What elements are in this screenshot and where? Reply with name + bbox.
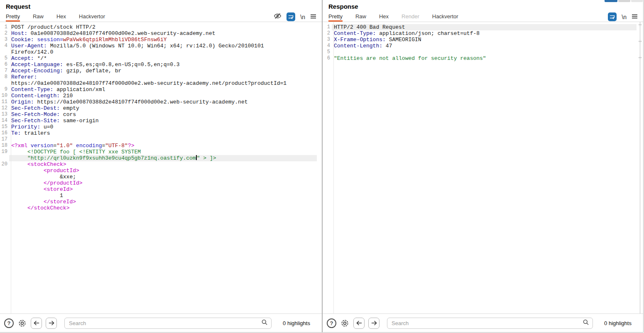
- editor-row: &xxe;: [0, 174, 322, 180]
- editor-row: 12Sec-Fetch-Dest: empty: [0, 105, 322, 111]
- editor-row: 6"Entities are not allowed for security …: [323, 55, 643, 62]
- editor-row: 15Priority: u=0: [0, 124, 322, 130]
- scroll-marker: [639, 57, 642, 58]
- response-editor[interactable]: 1HTTP/2 400 Bad Request2Content-Type: ap…: [323, 22, 643, 313]
- show-newlines-toggle-icon[interactable]: \n: [622, 14, 627, 20]
- editor-row: </productId>: [0, 180, 322, 186]
- request-gutter-divider: [11, 22, 11, 313]
- response-gutter-divider: [333, 22, 334, 313]
- tab-raw[interactable]: Raw: [355, 12, 366, 22]
- editor-row: 19 <!DOCTYPE foo [ <!ENTITY xxe SYSTEM: [0, 149, 322, 155]
- previous-match-button[interactable]: [353, 318, 365, 329]
- editor-row: 16Te: trailers: [0, 130, 322, 136]
- editor-row: 2Host: 0a1e00870388d2e48107f74f000d00e2.…: [0, 30, 322, 37]
- tab-raw[interactable]: Raw: [33, 12, 44, 22]
- editor-row: 9Content-Type: application/xml: [0, 86, 322, 93]
- window-controls-partial: [605, 0, 643, 2]
- tab-hackvertor[interactable]: Hackvertor: [432, 12, 458, 22]
- request-editor-rows: 1POST /product/stock HTTP/22Host: 0a1e00…: [0, 24, 322, 211]
- help-icon[interactable]: ?: [327, 318, 336, 328]
- editor-row: 2Content-Type: application/json; charset…: [323, 30, 643, 37]
- response-search-bar: ? 0 highlights: [323, 313, 643, 332]
- editor-row: 11Origin: https://0a1e00870388d2e48107f7…: [0, 99, 322, 105]
- response-scroll-strip[interactable]: [640, 22, 640, 313]
- editor-row: 10Content-Length: 210: [0, 93, 322, 99]
- editor-row: 1POST /product/stock HTTP/2: [0, 24, 322, 30]
- tab-pretty[interactable]: Pretty: [6, 12, 20, 22]
- search-icon[interactable]: [261, 319, 268, 327]
- editor-row: 4User-Agent: Mozilla/5.0 (Windows NT 10.…: [0, 43, 322, 49]
- request-tabs: PrettyRawHexHackvertor: [6, 12, 118, 22]
- editor-row: 13Sec-Fetch-Mode: cors: [0, 111, 322, 118]
- search-settings-gear-icon[interactable]: [17, 318, 27, 328]
- request-search-box: [64, 318, 272, 329]
- editor-row: </stockCheck>: [0, 205, 322, 211]
- scroll-marker: [639, 41, 642, 42]
- editor-row: <storeId>: [0, 186, 322, 192]
- tab-hackvertor[interactable]: Hackvertor: [79, 12, 105, 22]
- tab-hex[interactable]: Hex: [379, 12, 389, 22]
- editor-row: 6Accept-Language: es-ES,es;q=0.8,en-US;q…: [0, 62, 322, 68]
- editor-row: Firefox/142.0: [0, 49, 322, 55]
- editor-row: 1: [0, 192, 322, 199]
- editor-row: </storeId>: [0, 199, 322, 205]
- editor-row: 14Sec-Fetch-Site: same-origin: [0, 118, 322, 124]
- tab-hex[interactable]: Hex: [56, 12, 66, 22]
- editor-row: 18<?xml version="1.0" encoding="UTF-8"?>: [0, 143, 322, 149]
- response-editor-rows: 1HTTP/2 400 Bad Request2Content-Type: ap…: [323, 24, 643, 62]
- response-panel: Response PrettyRawHexRenderHackvertor \n…: [323, 0, 643, 332]
- editor-row: 3Cookie: session=wPaVwk6qtpiRlmMhbliVD86…: [0, 37, 322, 43]
- editor-row: 7Accept-Encoding: gzip, deflate, br: [0, 68, 322, 74]
- request-editor[interactable]: 1POST /product/stock HTTP/22Host: 0a1e00…: [0, 22, 322, 313]
- request-panel-title: Request: [0, 0, 322, 12]
- response-tabbar: PrettyRawHexRenderHackvertor \n: [323, 12, 643, 22]
- scroll-marker: [639, 24, 642, 25]
- tab-pretty[interactable]: Pretty: [328, 12, 343, 22]
- search-icon[interactable]: [583, 319, 589, 327]
- response-search-input[interactable]: [391, 320, 583, 327]
- repeater-view: Request PrettyRawHexHackvertor \n 1POST …: [0, 0, 644, 333]
- editor-row: 4Content-Length: 47: [323, 43, 643, 49]
- editor-row: <productId>: [0, 168, 322, 174]
- editor-row: "http://qrl0uzkn9f9xsuhh3e9cu4qp5gb7z1nq…: [0, 155, 322, 161]
- request-panel: Request PrettyRawHexHackvertor \n 1POST …: [0, 0, 322, 332]
- request-highlights-count: 0 highlights: [275, 320, 318, 326]
- response-highlights-count: 0 highlights: [597, 320, 639, 326]
- editor-row: https://0a1e00870388d2e48107f74f000d00e2…: [0, 80, 322, 86]
- next-match-button[interactable]: [368, 318, 380, 329]
- tab-render: Render: [402, 12, 419, 22]
- editor-row: 20 <stockCheck>: [0, 161, 322, 168]
- editor-row: 1HTTP/2 400 Bad Request: [323, 24, 643, 30]
- editor-row: 8Referer:: [0, 74, 322, 80]
- request-search-input[interactable]: [68, 320, 261, 327]
- editor-row: 5: [323, 49, 643, 55]
- next-match-button[interactable]: [46, 318, 57, 329]
- editor-row: 3X-Frame-Options: SAMEORIGIN: [323, 37, 643, 43]
- response-search-box: [387, 318, 593, 329]
- response-tabs: PrettyRawHexRenderHackvertor: [328, 12, 471, 22]
- hide-eye-icon[interactable]: [274, 12, 282, 22]
- previous-match-button[interactable]: [31, 318, 42, 329]
- response-panel-title: Response: [323, 0, 643, 12]
- word-wrap-toggle-icon[interactable]: [286, 12, 295, 21]
- menu-icon[interactable]: [310, 13, 316, 21]
- word-wrap-toggle-icon[interactable]: [608, 12, 617, 21]
- request-tabbar: PrettyRawHexHackvertor \n: [0, 12, 322, 22]
- editor-row: 5Accept: */*: [0, 55, 322, 62]
- show-newlines-toggle-icon[interactable]: \n: [300, 14, 305, 20]
- request-search-bar: ? 0 highlights: [0, 313, 322, 332]
- window-control-fragment-gray: [618, 0, 630, 2]
- menu-icon[interactable]: [632, 13, 638, 21]
- help-icon[interactable]: ?: [4, 318, 14, 328]
- editor-row: 17: [0, 136, 322, 143]
- response-toolbar-icons: \n: [608, 12, 643, 22]
- request-toolbar-icons: \n: [274, 12, 322, 22]
- window-control-fragment-blue: [605, 0, 617, 2]
- search-settings-gear-icon[interactable]: [340, 318, 350, 328]
- window-control-fragment-light: [631, 0, 643, 2]
